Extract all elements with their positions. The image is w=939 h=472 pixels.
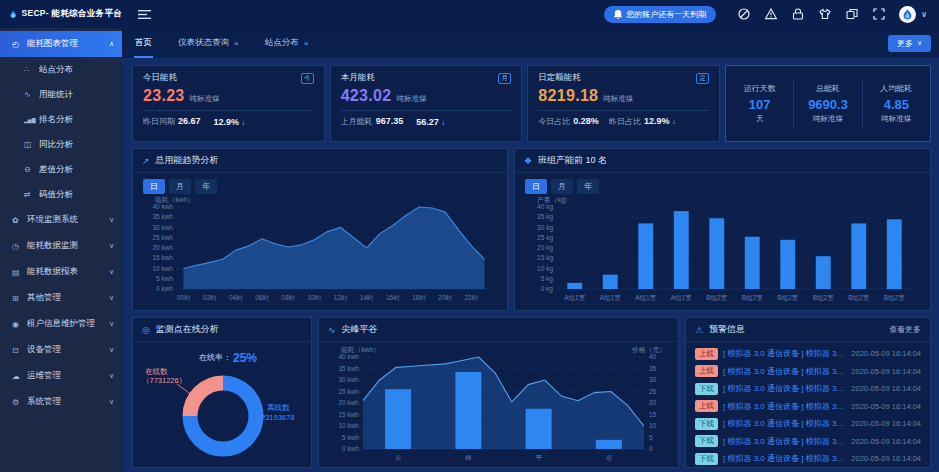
svg-text:25: 25 — [649, 388, 657, 395]
sidebar-item-site-distribution[interactable]: ∴站点分布 — [0, 57, 122, 82]
kpi-footer-item: 56.27 ↓ — [413, 117, 445, 127]
kpi-card-3: 日定额能耗定8219.18吨标准煤今日占比0.28%昨日占比12.9% ↓ — [527, 65, 720, 142]
svg-text:40 kwh: 40 kwh — [338, 353, 359, 360]
alert-row[interactable]: 下线[ 模拟器 3.0 通信设备 ] 模拟器 3.0...2020-05-09 … — [695, 380, 921, 398]
kpi-card-header: 今日能耗今 — [143, 72, 314, 84]
panel-title: 预警信息 — [709, 323, 745, 336]
svg-text:30 kwh: 30 kwh — [338, 376, 359, 383]
chart-period-tab-日[interactable]: 日 — [525, 179, 547, 194]
tab-close-icon[interactable]: × — [234, 39, 239, 48]
sidebar-item-difference-analysis[interactable]: ⊖差值分析 — [0, 157, 122, 182]
windows-icon[interactable] — [846, 8, 858, 20]
team-ranking-chart: 产量（kg)0 kg5 kg10 kg15 kg20 kg25 kg30 kg3… — [523, 194, 922, 304]
chart-period-tab-年[interactable]: 年 — [195, 179, 217, 194]
alert-timestamp: 2020-05-09 16:14:04 — [851, 419, 921, 428]
svg-text:（7731226）: （7731226） — [142, 376, 186, 385]
skin-icon[interactable] — [819, 8, 831, 20]
chart-period-tab-年[interactable]: 年 — [577, 179, 599, 194]
alert-row[interactable]: 下线[ 模拟器 3.0 通信设备 ] 模拟器 3.0...2020-05-09 … — [695, 433, 921, 451]
tab-close-icon[interactable]: × — [304, 39, 309, 48]
svg-text:0 kwh: 0 kwh — [342, 445, 359, 452]
sidebar-item-ranking-analysis[interactable]: ▂▅▇排名分析 — [0, 107, 122, 132]
sidebar-item-label: 用能统计 — [39, 89, 114, 101]
chevron-down-icon: ∨ — [109, 242, 114, 250]
fullscreen-icon[interactable] — [873, 8, 885, 20]
sidebar-item-label: 运维管理 — [27, 370, 109, 382]
sidebar-item-other-mgmt[interactable]: ⊞其他管理∨ — [0, 285, 122, 311]
chart-period-tab-日[interactable]: 日 — [143, 179, 165, 194]
share-icon: ❖ — [524, 156, 532, 166]
svg-text:25 kwh: 25 kwh — [152, 234, 173, 241]
summary-stat: 总能耗9690.3吨标准煤 — [794, 79, 862, 128]
more-button[interactable]: 更多 ∨ — [888, 35, 931, 52]
tab-home[interactable]: 首页 — [122, 28, 165, 58]
alert-triangle-icon[interactable] — [765, 8, 777, 20]
svg-text:20 kwh: 20 kwh — [338, 399, 359, 406]
account-expiry-notice[interactable]: 您的账户还有一天到期 — [604, 6, 716, 23]
panel-title: 监测点在线分析 — [156, 323, 219, 336]
svg-text:20: 20 — [649, 399, 657, 406]
kpi-unit: 吨标准煤 — [396, 94, 426, 104]
svg-text:40 kg: 40 kg — [537, 203, 553, 211]
svg-text:10: 10 — [649, 422, 657, 429]
sidebar-item-energy-data-report[interactable]: ▤能耗数据报表∨ — [0, 259, 122, 285]
view-more-link[interactable]: 查看更多 — [889, 324, 921, 335]
alert-row[interactable]: 上线[ 模拟器 3.0 通信设备 ] 模拟器 3.0...2020-05-09 … — [695, 345, 921, 363]
sidebar-item-energy-chart-mgmt[interactable]: ◴能耗图表管理∧ — [0, 31, 122, 57]
sidebar-item-label: 站点分布 — [39, 64, 114, 76]
alert-row[interactable]: 上线[ 模拟器 3.0 通信设备 ] 模拟器 3.0...2020-05-09 … — [695, 363, 921, 381]
page-layout: ◴能耗图表管理∧∴站点分布∿用能统计▂▅▇排名分析◫同比分析⊖差值分析⇄码值分析… — [0, 28, 939, 472]
stat-label: 运行天数 — [726, 83, 793, 94]
calendar-icon: 月 — [498, 73, 511, 84]
alert-status-badge: 上线 — [695, 365, 718, 377]
svg-text:峰: 峰 — [465, 454, 472, 461]
sidebar-item-label: 同比分析 — [39, 139, 114, 151]
sidebar-item-energy-usage-stats[interactable]: ∿用能统计 — [0, 82, 122, 107]
sidebar-item-label: 差值分析 — [39, 164, 114, 176]
sidebar-item-label: 能耗数据报表 — [27, 266, 109, 278]
alert-row[interactable]: 下线[ 模拟器 3.0 通信设备 ] 模拟器 3.0...2020-05-09 … — [695, 415, 921, 433]
alert-message: [ 模拟器 3.0 通信设备 ] 模拟器 3.0... — [723, 366, 846, 377]
avatar[interactable] — [899, 6, 916, 23]
ban-icon[interactable] — [738, 8, 750, 20]
bar-chart-icon: ▂▅▇ — [24, 117, 39, 123]
kpi-card-value-row: 423.02吨标准煤 — [341, 87, 512, 105]
sidebar-item-env-monitor-system[interactable]: ✿环境监测系统∨ — [0, 207, 122, 233]
lock-icon[interactable] — [792, 8, 804, 20]
chart-period-tab-月[interactable]: 月 — [551, 179, 573, 194]
tab-site-distribution[interactable]: 站点分布× — [252, 28, 322, 58]
kpi-footer-value: 26.67 — [178, 116, 201, 126]
tab-label: 首页 — [135, 37, 152, 49]
ranking-period-tabs: 日月年 — [525, 179, 922, 194]
sidebar-item-tenant-info-mgmt[interactable]: ◉租户信息维护管理∨ — [0, 311, 122, 337]
kpi-card-2: 本月能耗月423.02吨标准煤上月能耗967.3556.27 ↓ — [330, 65, 523, 142]
svg-text:5: 5 — [649, 434, 653, 441]
svg-text:5 kg: 5 kg — [541, 275, 554, 283]
sidebar-item-code-value-analysis[interactable]: ⇄码值分析 — [0, 182, 122, 207]
sidebar-item-ops-mgmt[interactable]: ☁运维管理∨ — [0, 363, 122, 389]
svg-text:06时: 06时 — [255, 294, 269, 301]
chart-period-tab-月[interactable]: 月 — [169, 179, 191, 194]
alert-row[interactable]: 下线[ 模拟器 3.0 通信设备 ] 模拟器 3.0...2020-05-09 … — [695, 450, 921, 468]
minus-circle-icon: ⊖ — [24, 165, 39, 174]
alert-row[interactable]: 上线[ 模拟器 3.0 通信设备 ] 模拟器 3.0...2020-05-09 … — [695, 398, 921, 416]
svg-text:04时: 04时 — [229, 294, 243, 301]
sidebar-item-system-mgmt[interactable]: ⚙系统管理∨ — [0, 389, 122, 415]
svg-text:25 kwh: 25 kwh — [338, 388, 359, 395]
sidebar-item-yoy-analysis[interactable]: ◫同比分析 — [0, 132, 122, 157]
svg-text:15 kwh: 15 kwh — [152, 254, 173, 261]
kpi-footer-item: 今日占比0.28% — [538, 116, 599, 127]
gauge-icon: ◷ — [12, 242, 27, 251]
kpi-footer-item: 上月能耗967.35 — [341, 116, 404, 127]
peak-valley-chart: 能耗（kwh）价格（元）0 kwh05 kwh510 kwh1015 kwh15… — [327, 344, 668, 464]
collapse-sidebar-icon[interactable] — [138, 9, 152, 20]
sidebar-item-energy-data-monitor[interactable]: ◷能耗数据监测∨ — [0, 233, 122, 259]
svg-text:18时: 18时 — [412, 294, 426, 301]
summary-stat: 运行天数107天 — [726, 79, 794, 128]
svg-text:35 kg: 35 kg — [537, 213, 553, 221]
user-menu-chevron-icon[interactable]: ∨ — [921, 10, 927, 19]
svg-text:10 kg: 10 kg — [537, 265, 553, 273]
sidebar-item-device-mgmt[interactable]: ⊡设备管理∨ — [0, 337, 122, 363]
tab-meter-status[interactable]: 仪表状态查询× — [165, 28, 252, 58]
alert-timestamp: 2020-05-09 16:14:04 — [851, 454, 921, 463]
